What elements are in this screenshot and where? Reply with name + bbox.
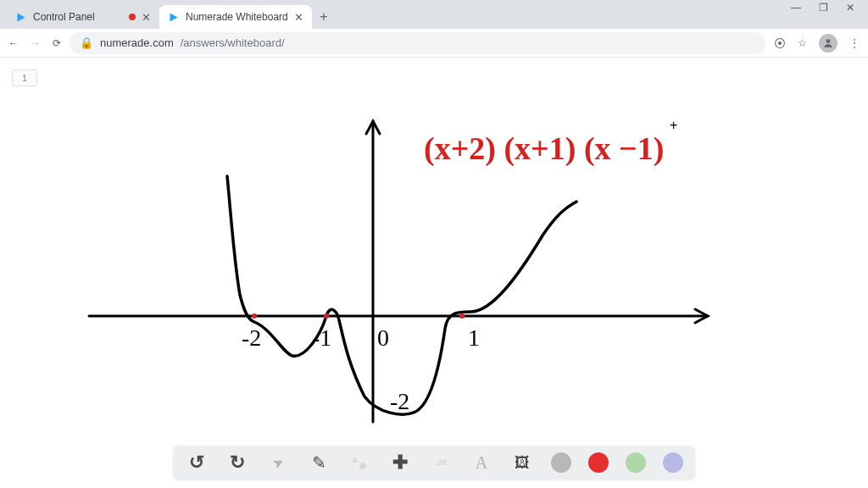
tab-control-panel[interactable]: Control Panel ✕ bbox=[7, 5, 159, 29]
address-path: /answers/whiteboard/ bbox=[181, 36, 285, 49]
tab-title: Numerade Whiteboard bbox=[186, 11, 288, 23]
function-curve bbox=[227, 176, 576, 414]
shapes-icon bbox=[351, 454, 368, 471]
translate-icon[interactable]: ⦿ bbox=[774, 36, 786, 50]
pointer-tool[interactable]: ➤ bbox=[262, 446, 294, 479]
reload-button[interactable]: ⟳ bbox=[53, 37, 61, 49]
window-minimize[interactable]: — bbox=[790, 2, 802, 15]
add-tool[interactable]: ✚ bbox=[388, 451, 412, 474]
color-grey[interactable] bbox=[551, 452, 571, 473]
shapes-tool[interactable] bbox=[348, 451, 371, 474]
kebab-menu-icon[interactable]: ⋮ bbox=[849, 37, 860, 49]
svg-marker-6 bbox=[352, 457, 359, 463]
back-button[interactable]: ← bbox=[8, 37, 19, 49]
svg-text:1: 1 bbox=[468, 324, 480, 351]
whiteboard-toolbar: ↺ ↻ ➤ ✎ ✚ A 🖼 bbox=[173, 446, 695, 480]
new-tab-button[interactable]: + bbox=[312, 5, 336, 29]
whiteboard-content: 1 -2 -1 0 1 -2 bbox=[0, 58, 868, 488]
pen-tool[interactable]: ✎ bbox=[307, 451, 331, 474]
cursor-plus-icon: + bbox=[670, 118, 677, 132]
text-tool[interactable]: A bbox=[470, 451, 493, 474]
tab-title: Control Panel bbox=[33, 11, 123, 23]
whiteboard-canvas[interactable]: -2 -1 0 1 -2 (x+2) (x+1) (x −1) + bbox=[0, 58, 868, 488]
eraser-tool[interactable] bbox=[429, 451, 453, 474]
tab-close-icon[interactable]: ✕ bbox=[142, 11, 151, 24]
favicon-icon bbox=[168, 11, 180, 23]
tab-numerade-whiteboard[interactable]: Numerade Whiteboard ✕ bbox=[159, 5, 312, 29]
forward-button[interactable]: → bbox=[31, 37, 41, 49]
window-controls: — ❐ ✕ bbox=[790, 0, 868, 15]
window-close[interactable]: ✕ bbox=[844, 2, 856, 15]
eraser-icon bbox=[432, 457, 449, 469]
expression-text: (x+2) (x+1) (x −1) bbox=[424, 130, 664, 167]
svg-point-0 bbox=[826, 39, 831, 43]
svg-text:-2: -2 bbox=[390, 388, 409, 414]
address-host: numerade.com bbox=[100, 36, 174, 49]
window-maximize[interactable]: ❐ bbox=[817, 2, 829, 15]
person-icon bbox=[822, 37, 834, 49]
root-point bbox=[324, 313, 329, 319]
color-purple[interactable] bbox=[663, 452, 683, 473]
color-red[interactable] bbox=[588, 452, 609, 473]
undo-button[interactable]: ↺ bbox=[185, 451, 209, 474]
image-tool[interactable]: 🖼 bbox=[510, 451, 534, 474]
svg-text:-2: -2 bbox=[242, 324, 261, 351]
favicon-icon bbox=[15, 11, 27, 23]
tab-close-icon[interactable]: ✕ bbox=[294, 11, 303, 24]
color-green[interactable] bbox=[626, 452, 646, 473]
recording-icon bbox=[129, 14, 136, 20]
svg-text:-1: -1 bbox=[312, 324, 331, 351]
profile-avatar[interactable] bbox=[819, 34, 837, 53]
star-icon[interactable]: ☆ bbox=[798, 37, 807, 49]
root-point bbox=[459, 313, 465, 319]
tabstrip: Control Panel ✕ Numerade Whiteboard ✕ + bbox=[0, 0, 868, 29]
root-point bbox=[252, 313, 257, 319]
address-bar-row: ← → ⟳ 🔒 numerade.com/answers/whiteboard/… bbox=[0, 29, 868, 58]
svg-point-7 bbox=[359, 463, 366, 469]
lock-icon: 🔒 bbox=[80, 36, 93, 49]
redo-button[interactable]: ↻ bbox=[225, 451, 249, 474]
address-bar[interactable]: 🔒 numerade.com/answers/whiteboard/ bbox=[70, 32, 765, 54]
svg-text:0: 0 bbox=[377, 324, 389, 351]
